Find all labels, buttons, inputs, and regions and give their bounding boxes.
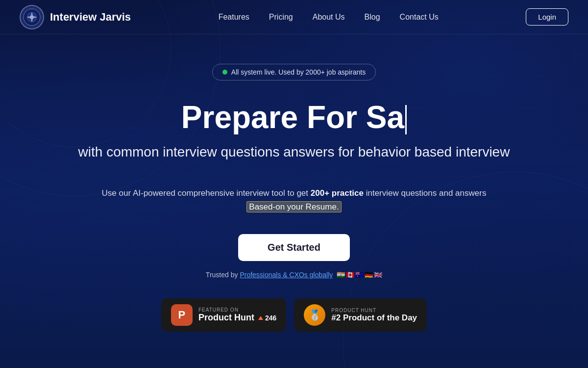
flag-canada: 🇨🇦: [346, 271, 354, 279]
status-badge: All system live. Used by 2000+ job aspir…: [212, 64, 376, 80]
nav-links: Features Pricing About Us Blog Contact U…: [219, 13, 439, 22]
medal-icon: 🥈: [304, 304, 325, 326]
status-dot: [222, 70, 227, 75]
ph-info: FEATURED ON Product Hunt 246: [198, 307, 276, 323]
text-cursor: [405, 105, 407, 134]
get-started-button[interactable]: Get Started: [238, 234, 350, 261]
ph-icon: P: [171, 304, 193, 326]
ph-count-number: 246: [265, 314, 276, 322]
nav-link-blog[interactable]: Blog: [365, 13, 380, 21]
flag-germany: 🇩🇪: [365, 271, 373, 279]
desc-bold: 200+ practice: [311, 188, 364, 198]
hero-h1: Prepare For Sa: [78, 100, 510, 134]
login-button[interactable]: Login: [526, 8, 568, 26]
nav-item-contact[interactable]: Contact Us: [400, 13, 439, 22]
nav-link-about[interactable]: About Us: [313, 13, 345, 21]
ph-name: Product Hunt: [198, 313, 254, 323]
nav-item-blog[interactable]: Blog: [365, 13, 380, 22]
product-hunt-badge-2[interactable]: 🥈 PRODUCT HUNT #2 Product of the Day: [294, 298, 427, 332]
ph2-title: #2 Product of the Day: [331, 313, 417, 323]
nav-item-pricing[interactable]: Pricing: [269, 13, 293, 22]
brand-link[interactable]: Interview Jarvis: [20, 5, 131, 29]
trusted-by: Trusted by Professionals & CXOs globally…: [206, 271, 382, 279]
trusted-link[interactable]: Professionals & CXOs globally: [240, 271, 333, 279]
desc-part1: Use our AI-powered comprehensive intervi…: [102, 188, 311, 198]
badges-row: P FEATURED ON Product Hunt 246 🥈 PRODUCT…: [161, 298, 427, 332]
status-text: All system live. Used by 2000+ job aspir…: [231, 68, 366, 76]
ph-top: Product Hunt 246: [198, 313, 276, 323]
ph2-info: PRODUCT HUNT #2 Product of the Day: [331, 308, 417, 323]
product-hunt-badge-1[interactable]: P FEATURED ON Product Hunt 246: [161, 298, 286, 332]
nav-link-contact[interactable]: Contact Us: [400, 13, 439, 21]
flag-india: 🇮🇳: [337, 271, 345, 279]
hero-description: Use our AI-powered comprehensive intervi…: [102, 186, 487, 215]
hero-h2: with common interview questions answers …: [78, 142, 510, 161]
hero-heading: Prepare For Sa with common interview que…: [78, 100, 510, 162]
desc-part2: interview questions and answers: [364, 188, 486, 198]
flags: 🇮🇳 🇨🇦 🇦🇺 🇩🇪 🇬🇧: [337, 271, 382, 279]
navbar: Interview Jarvis Features Pricing About …: [0, 0, 588, 34]
nav-link-pricing[interactable]: Pricing: [269, 13, 293, 21]
ph-featured-on: FEATURED ON: [198, 307, 276, 313]
logo-svg: [23, 8, 41, 26]
nav-link-features[interactable]: Features: [219, 13, 249, 21]
triangle-icon: [258, 316, 263, 320]
nav-item-about[interactable]: About Us: [313, 13, 345, 22]
flag-uk: 🇬🇧: [374, 271, 382, 279]
ph2-label: PRODUCT HUNT: [331, 308, 417, 313]
main-content: All system live. Used by 2000+ job aspir…: [0, 34, 588, 332]
svg-point-2: [30, 15, 34, 19]
ph-count: 246: [258, 314, 276, 322]
trusted-prefix: Trusted by: [206, 271, 238, 279]
brand-logo: [20, 5, 44, 29]
flag-australia: 🇦🇺: [355, 271, 364, 279]
brand-name: Interview Jarvis: [50, 11, 131, 24]
nav-item-features[interactable]: Features: [219, 13, 249, 22]
hero-h1-text: Prepare For Sa: [181, 100, 404, 135]
desc-highlight: Based-on your Resume.: [246, 201, 341, 212]
